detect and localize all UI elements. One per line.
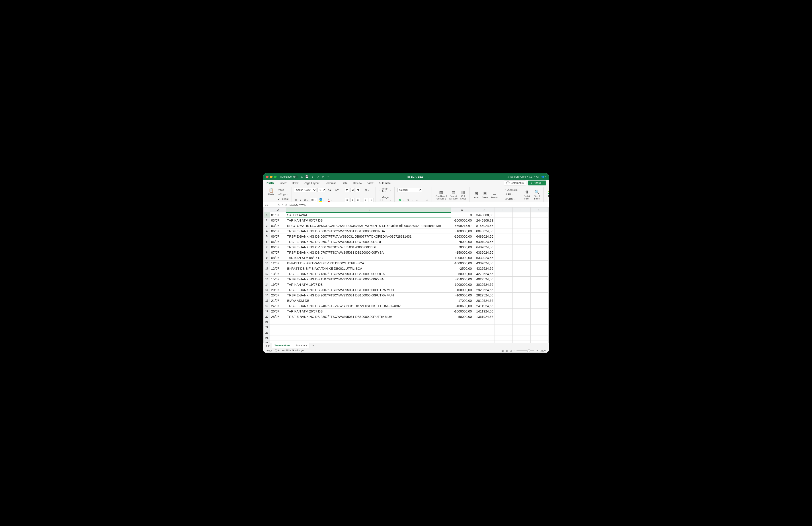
cell[interactable]: 8145024,56 bbox=[473, 223, 494, 228]
cell[interactable] bbox=[530, 266, 548, 271]
cell[interactable]: 12/07 bbox=[270, 260, 286, 266]
more-icon[interactable]: ⋯ bbox=[327, 175, 329, 178]
cell[interactable] bbox=[512, 239, 530, 244]
cell[interactable]: 3445808,89 bbox=[473, 212, 494, 218]
column-header-G[interactable]: G bbox=[530, 208, 548, 212]
cell[interactable]: -17000,00 bbox=[451, 298, 473, 303]
cell[interactable]: TRSF E-BANKING DB 0607/FTSCY/WS95031 DB7… bbox=[286, 239, 451, 244]
row-header[interactable]: 5 bbox=[264, 234, 270, 239]
formula-input[interactable]: SALDO AWAL bbox=[288, 203, 549, 206]
accounting-button[interactable]: 💲⌄ bbox=[397, 198, 405, 202]
cell[interactable] bbox=[494, 260, 512, 266]
wrap-text-button[interactable]: ↩Wrap Text⌄ bbox=[378, 187, 393, 193]
cell[interactable] bbox=[530, 330, 548, 336]
row-header[interactable]: 17 bbox=[264, 298, 270, 303]
cell[interactable] bbox=[451, 330, 473, 336]
share-button[interactable]: ⇪ Share ⌄ bbox=[528, 181, 546, 185]
row-header[interactable]: 13 bbox=[264, 276, 270, 282]
row-header[interactable]: 4 bbox=[264, 228, 270, 234]
cell[interactable]: 6332024,56 bbox=[473, 250, 494, 255]
cell[interactable] bbox=[530, 218, 548, 223]
cell[interactable]: 20/07 bbox=[270, 287, 286, 293]
increase-indent-button[interactable]: ⇥ bbox=[369, 198, 374, 202]
underline-button[interactable]: U⌄ bbox=[303, 198, 309, 202]
cell[interactable]: 06/07 bbox=[270, 234, 286, 239]
cell[interactable]: BI-FAST DB BIF TRANSFER KE DB002LUTFIL -… bbox=[286, 260, 451, 266]
cell[interactable]: -2500,00 bbox=[451, 266, 473, 271]
cell[interactable]: 2445808,89 bbox=[473, 218, 494, 223]
cell[interactable] bbox=[473, 325, 494, 330]
cell[interactable]: -1000000,00 bbox=[451, 260, 473, 266]
increase-decimal-button[interactable]: .0→ bbox=[415, 198, 422, 202]
cell[interactable] bbox=[286, 325, 451, 330]
cell[interactable] bbox=[512, 244, 530, 250]
cell[interactable] bbox=[512, 319, 530, 325]
cell[interactable] bbox=[512, 276, 530, 282]
decrease-indent-button[interactable]: ⇤ bbox=[364, 198, 368, 202]
cell[interactable] bbox=[530, 314, 548, 319]
select-all-button[interactable] bbox=[264, 208, 270, 212]
cell[interactable]: 19/07 bbox=[270, 282, 286, 287]
borders-button[interactable]: ▦⌄ bbox=[310, 198, 317, 202]
comments-button[interactable]: 💬 Comments bbox=[504, 181, 526, 185]
column-header-A[interactable]: A bbox=[270, 208, 286, 212]
cell[interactable]: TARIKAN ATM 03/07 DB bbox=[286, 218, 451, 223]
cell[interactable] bbox=[494, 234, 512, 239]
cell[interactable]: 26/07 bbox=[270, 309, 286, 314]
increase-font-button[interactable]: A▲ bbox=[327, 188, 333, 192]
cell[interactable]: TRSF E-BANKING DB 1507/FTSCY/WS95031 DB2… bbox=[286, 276, 451, 282]
cell[interactable]: -100000,00 bbox=[451, 287, 473, 293]
cell[interactable]: TRSF E-BANKING DB 0607/FTFVA/WS95031 DB8… bbox=[286, 234, 451, 239]
row-header[interactable]: 24 bbox=[264, 336, 270, 341]
cell[interactable]: 5332024,56 bbox=[473, 255, 494, 260]
cell[interactable] bbox=[530, 212, 548, 218]
cell[interactable]: 4279524,56 bbox=[473, 271, 494, 276]
cell[interactable] bbox=[473, 341, 494, 343]
cancel-formula-icon[interactable]: ✕ bbox=[278, 203, 280, 207]
percent-button[interactable]: % bbox=[406, 198, 410, 202]
cell[interactable] bbox=[494, 303, 512, 309]
cell[interactable] bbox=[270, 319, 286, 325]
view-normal-icon[interactable]: ▦ bbox=[502, 349, 504, 352]
column-header-F[interactable]: F bbox=[512, 208, 530, 212]
cell[interactable] bbox=[286, 341, 451, 343]
cell[interactable] bbox=[494, 271, 512, 276]
cell[interactable] bbox=[530, 319, 548, 325]
cell[interactable] bbox=[270, 325, 286, 330]
decrease-font-button[interactable]: A▼ bbox=[334, 188, 340, 192]
cell[interactable]: 6482024,56 bbox=[473, 234, 494, 239]
cell[interactable] bbox=[512, 309, 530, 314]
merge-center-button[interactable]: ⬌Merge & Center⌄ bbox=[378, 196, 393, 202]
share-people-icon[interactable]: 👥⁺ bbox=[541, 175, 546, 178]
view-page-layout-icon[interactable]: ▥ bbox=[505, 349, 508, 352]
tab-review[interactable]: Review bbox=[352, 180, 363, 186]
cell[interactable] bbox=[494, 282, 512, 287]
cell[interactable] bbox=[494, 239, 512, 244]
cell[interactable]: 12/07 bbox=[270, 266, 286, 271]
cell[interactable] bbox=[530, 282, 548, 287]
cell[interactable]: 03/07 bbox=[270, 223, 286, 228]
cell[interactable] bbox=[512, 223, 530, 228]
cell[interactable]: TRSF E-BANKING DB 1307/FTSCY/WS95031 DB5… bbox=[286, 271, 451, 276]
fill-color-button[interactable]: 🪣⌄ bbox=[318, 198, 326, 202]
row-header[interactable]: 2 bbox=[264, 218, 270, 223]
cell[interactable]: BIAYA ADM DB bbox=[286, 298, 451, 303]
cell[interactable]: 4332024,56 bbox=[473, 260, 494, 266]
cell[interactable]: 6482024,56 bbox=[473, 244, 494, 250]
cell[interactable] bbox=[512, 234, 530, 239]
autosum-button[interactable]: ∑ AutoSum⌄ bbox=[504, 188, 521, 192]
copy-button[interactable]: ⧉Copy⌄ bbox=[277, 193, 289, 196]
row-header[interactable]: 19 bbox=[264, 309, 270, 314]
cell[interactable] bbox=[512, 228, 530, 234]
cell[interactable] bbox=[494, 309, 512, 314]
cell[interactable]: -1000000,00 bbox=[451, 255, 473, 260]
column-header-E[interactable]: E bbox=[494, 208, 512, 212]
cell[interactable] bbox=[494, 325, 512, 330]
cell[interactable]: TARIKAN ATM 26/07 DB bbox=[286, 309, 451, 314]
row-header[interactable]: 16 bbox=[264, 293, 270, 298]
cell[interactable]: TRSF E-BANKING DB 2807/FTSCY/WS95031 DB5… bbox=[286, 314, 451, 319]
document-title[interactable]: ▤ BCA_DEBIT ⌄ bbox=[329, 175, 507, 178]
column-header-B[interactable]: B bbox=[286, 208, 451, 212]
cell[interactable]: -50000,00 bbox=[451, 271, 473, 276]
cell[interactable]: TRSF E-BANKING DB 0607/FTSCY/WS95031 DB1… bbox=[286, 228, 451, 234]
